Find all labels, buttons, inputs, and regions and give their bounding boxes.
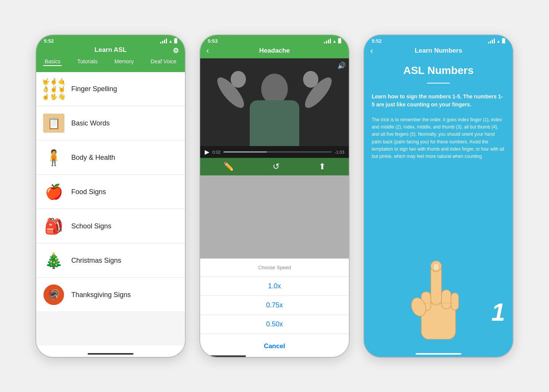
list-item[interactable]: 🎄 Christmas Signs [36,244,185,278]
basic-words-label: Basic Words [71,119,110,127]
basic-words-icon: 📋 [42,112,65,135]
svg-point-2 [261,74,288,104]
food-signs-label: Food Signs [71,188,106,196]
finger-spelling-label: Finger Spelling [71,85,117,93]
christmas-signs-icon: 🎄 [42,249,65,272]
time-1: 5:52 [44,38,54,44]
status-icons-2: ▲ ▉ [324,39,341,43]
thanksgiving-signs-icon: 🦃 [42,283,65,306]
hand-svg [400,252,477,339]
list-item[interactable]: 📋 Basic Words [36,106,185,140]
tab-basics[interactable]: Basics [43,58,62,66]
header-1: Learn ASL ⚙ Basics Tutorials Memory Deaf… [36,45,185,72]
time-current: 0:02 [212,150,220,154]
video-controls: ▶ 0:02 -1:03 [200,146,349,158]
body-health-label: Body & Health [71,154,115,162]
video-frame [200,58,349,146]
replay-button[interactable]: ↺ [273,162,279,172]
speed-modal: Choose Speed 1.0x 0.75x 0.50x [200,259,349,334]
svg-rect-11 [433,263,439,271]
progress-bar[interactable] [223,151,332,153]
wifi-icon-3: ▲ [496,39,501,43]
tab-memory[interactable]: Memory [113,58,135,66]
signal-icon [160,39,167,43]
phone-3: 5:52 ▲ ▉ ‹ Learn Numbers ASL Numbers Lea… [364,35,513,357]
nav-bar-2: ‹ Headache [200,45,349,58]
time-total: -1:03 [335,150,344,154]
body-health-icon: 🧍 [42,146,65,169]
svg-point-7 [303,71,318,88]
speed-modal-title: Choose Speed [200,259,349,277]
finger-spelling-icon: 🤟🤞🤙 👌✌️🤘 ☝️🖖👋 [42,77,65,100]
battery-icon-3: ▉ [502,39,505,43]
nav-title-3: Learn Numbers [415,47,462,55]
back-button-2[interactable]: ‹ [206,46,209,56]
list-item[interactable]: 🧍 Body & Health [36,141,185,175]
nav-bar-3: ‹ Learn Numbers [364,45,513,58]
list-item[interactable]: 🤟🤞🤙 👌✌️🤘 ☝️🖖👋 Finger Spelling [36,72,185,106]
svg-rect-14 [451,293,459,310]
status-bar-2: 5:53 ▲ ▉ [200,35,349,45]
phone-2: 5:53 ▲ ▉ ‹ Headache [200,35,349,357]
video-player[interactable]: 🔊 [200,58,349,146]
nav-title-1: Learn ASL ⚙ [36,45,185,56]
status-icons-3: ▲ ▉ [488,39,505,43]
school-signs-icon: 🎒 [42,215,65,238]
signal-icon-2 [324,39,331,43]
speed-option-50x[interactable]: 0.50x [200,315,349,334]
wifi-icon-2: ▲ [332,39,337,43]
battery-icon: ▉ [174,39,177,43]
number-badge: 1 [491,298,505,326]
list-item[interactable]: 🦃 Thanksgiving Signs [36,278,185,312]
speed-option-1x[interactable]: 1.0x [200,277,349,296]
tab-deaf-voice[interactable]: Deaf Voice [149,58,178,66]
home-indicator-2 [200,355,349,357]
battery-icon-2: ▉ [338,39,341,43]
home-indicator-3 [364,345,513,357]
time-2: 5:53 [208,38,218,44]
status-bar-3: 5:52 ▲ ▉ [364,35,513,45]
status-bar-1: 5:52 ▲ ▉ [36,35,185,45]
video-content [200,58,349,146]
asl-body-text: The trick is to remember the order. It g… [372,116,505,160]
svg-rect-12 [441,290,451,309]
list-item[interactable]: 🍎 Food Signs [36,175,185,209]
phone-1: 5:52 ▲ ▉ Learn ASL ⚙ Basics Tutorials Me… [36,35,185,357]
back-button-3[interactable]: ‹ [370,45,373,56]
home-bar [88,353,133,355]
nav-title-2: Headache [259,47,290,55]
tab-bar: Basics Tutorials Memory Deaf Voice [36,56,185,69]
speed-option-75x[interactable]: 0.75x [200,296,349,315]
status-icons-1: ▲ ▉ [160,39,177,43]
video-actions: ✏️ ↺ ⬆ [200,158,349,175]
home-bar-3 [416,353,461,355]
asl-title: ASL Numbers [372,64,505,77]
thanksgiving-signs-label: Thanksgiving Signs [71,291,131,299]
wifi-icon: ▲ [169,39,173,43]
svg-rect-3 [250,100,299,146]
menu-list: 🤟🤞🤙 👌✌️🤘 ☝️🖖👋 Finger Spelling 📋 Basic Wo… [36,72,185,345]
food-signs-icon: 🍎 [42,180,65,203]
cancel-button[interactable]: Cancel [200,337,349,355]
settings-icon[interactable]: ⚙ [173,47,179,55]
tab-tutorials[interactable]: Tutorials [76,58,99,66]
svg-point-6 [231,71,246,88]
numbers-content: ASL Numbers Learn how to sign the number… [364,58,513,345]
christmas-signs-label: Christmas Signs [71,257,121,265]
edit-button[interactable]: ✏️ [223,162,234,172]
asl-bold-text: Learn how to sign the numbers 1-5. The n… [372,93,505,109]
asl-divider [427,83,450,84]
play-button[interactable]: ▶ [205,148,209,156]
list-item[interactable]: 🎒 School Signs [36,209,185,243]
signal-icon-3 [488,39,495,43]
home-bar-2 [200,355,246,357]
school-signs-label: School Signs [71,222,111,230]
hand-illustration [372,169,505,339]
progress-fill [223,151,266,153]
home-indicator-1 [36,345,185,357]
volume-icon[interactable]: 🔊 [337,61,346,70]
time-3: 5:52 [372,38,382,44]
blank-area [200,175,349,259]
share-button[interactable]: ⬆ [319,162,326,172]
